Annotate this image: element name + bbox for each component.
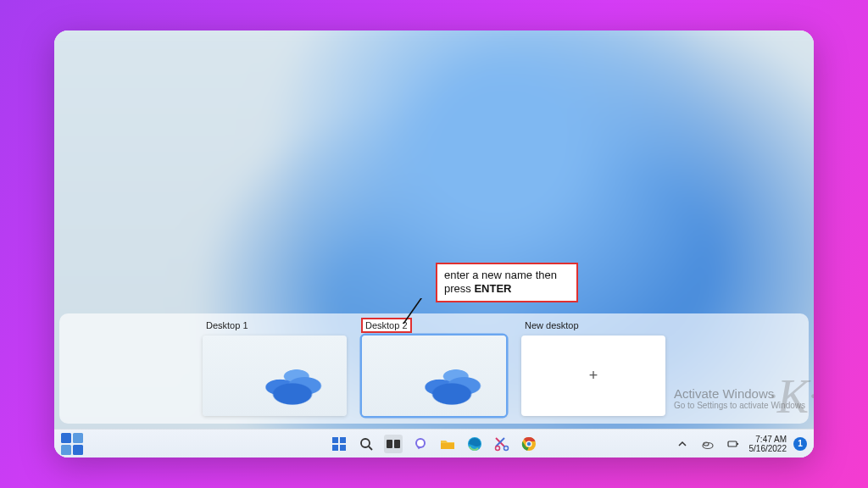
- svg-rect-10: [441, 443, 454, 449]
- search-button[interactable]: [357, 435, 376, 453]
- svg-rect-0: [332, 437, 338, 443]
- system-tray: 7:47 AM 5/16/2022 1: [673, 430, 808, 458]
- chevron-up-icon: [677, 439, 687, 449]
- virtual-desktop-2[interactable]: Desktop 2: [362, 319, 506, 416]
- snipping-tool-button[interactable]: [492, 435, 511, 453]
- svg-point-14: [496, 446, 500, 450]
- new-desktop[interactable]: New desktop +: [521, 319, 665, 416]
- search-icon: [359, 436, 374, 452]
- onedrive-icon: [701, 437, 715, 451]
- svg-rect-21: [728, 441, 737, 446]
- virtual-desktop-1[interactable]: Desktop 1: [203, 319, 347, 416]
- snipping-tool-icon: [494, 436, 509, 452]
- edge-button[interactable]: [465, 435, 484, 453]
- new-desktop-button[interactable]: +: [521, 336, 665, 416]
- battery-icon: [726, 437, 740, 451]
- svg-point-4: [361, 439, 370, 447]
- svg-rect-2: [332, 445, 338, 451]
- file-explorer-button[interactable]: [438, 435, 457, 453]
- chat-icon: [413, 436, 428, 452]
- chrome-icon: [521, 436, 537, 452]
- virtual-desktop-label[interactable]: Desktop 1: [203, 319, 252, 332]
- svg-rect-1: [340, 437, 346, 443]
- virtual-desktop-thumbnail[interactable]: [362, 336, 506, 416]
- task-view-tray: Desktop 1 Desktop 2 New desktop +: [59, 313, 809, 424]
- battery-tray[interactable]: [724, 435, 743, 453]
- svg-point-9: [417, 440, 424, 446]
- svg-rect-22: [737, 443, 738, 445]
- gradient-frame: Desktop 1 Desktop 2 New desktop +: [0, 0, 868, 488]
- svg-point-18: [527, 441, 531, 446]
- new-desktop-label: New desktop: [521, 319, 582, 332]
- task-view-button[interactable]: [384, 435, 403, 453]
- start-icon: [331, 436, 347, 452]
- widgets-button[interactable]: [61, 433, 83, 455]
- clock-date: 5/16/2022: [749, 444, 787, 453]
- chat-button[interactable]: [411, 435, 430, 453]
- annotation-callout: enter a new name then press ENTER: [436, 263, 578, 302]
- file-explorer-icon: [440, 436, 455, 452]
- virtual-desktop-thumbnail[interactable]: [203, 336, 347, 416]
- taskbar-clock[interactable]: 7:47 AM 5/16/2022: [749, 435, 787, 453]
- notification-center-button[interactable]: 1: [793, 437, 807, 451]
- bloom-wallpaper-icon: [242, 353, 343, 416]
- edge-icon: [467, 436, 482, 452]
- callout-text-bold: ENTER: [474, 282, 511, 295]
- clock-time: 7:47 AM: [749, 435, 787, 444]
- task-view-icon: [386, 436, 401, 452]
- notification-count: 1: [798, 439, 803, 448]
- chrome-button[interactable]: [520, 435, 538, 453]
- tray-overflow-button[interactable]: [673, 435, 692, 453]
- svg-rect-7: [394, 440, 400, 448]
- windows-screen: Desktop 1 Desktop 2 New desktop +: [54, 30, 814, 458]
- svg-point-20: [704, 442, 709, 446]
- svg-line-5: [369, 446, 372, 450]
- onedrive-tray[interactable]: [698, 435, 717, 453]
- taskbar: 7:47 AM 5/16/2022 1: [54, 429, 814, 458]
- plus-icon: +: [589, 367, 598, 385]
- start-button[interactable]: [330, 435, 348, 453]
- svg-point-15: [504, 446, 509, 450]
- bloom-wallpaper-icon: [401, 353, 503, 416]
- svg-rect-6: [387, 440, 392, 448]
- svg-rect-3: [340, 445, 346, 451]
